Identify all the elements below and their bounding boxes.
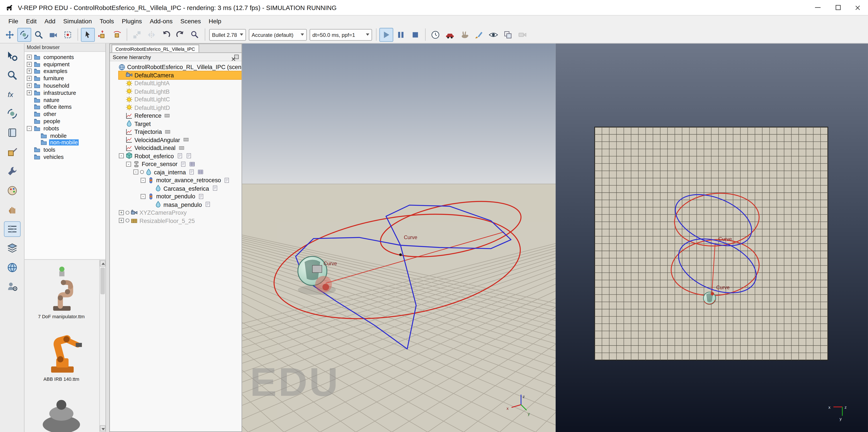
model-folder-vehicles[interactable]: vehicles	[25, 153, 105, 161]
pause-simulation-button[interactable]	[394, 28, 408, 42]
assemble-button[interactable]	[130, 28, 144, 42]
camera-angle-button[interactable]	[46, 28, 60, 42]
model-folder-office-items[interactable]: office items	[25, 103, 105, 111]
collapse-icon[interactable]: -	[119, 153, 124, 158]
panel-divider[interactable]	[106, 43, 109, 432]
user-settings-button[interactable]	[4, 279, 21, 295]
scene-object-carcasa-esferica[interactable]: Carcasa_esferica	[148, 184, 242, 192]
scene-object-reference[interactable]: Reference	[119, 112, 242, 119]
redo-button[interactable]	[174, 28, 187, 42]
simulation-speed-button[interactable]	[457, 28, 471, 42]
scene-object-controlrobotesferico-rl-villela-ipc-scene[interactable]: ControlRobotEsferico_RL_Villela_IPC (sce…	[112, 63, 242, 71]
menu-tools[interactable]: Tools	[96, 16, 118, 26]
model-folder-furniture[interactable]: +furniture	[25, 75, 105, 82]
scene-object-defaultlightc[interactable]: DefaultLightC	[119, 95, 242, 103]
collapse-icon[interactable]: -	[141, 194, 146, 199]
model-folder-other[interactable]: other	[25, 111, 105, 118]
camera-selector-button[interactable]	[516, 28, 529, 42]
menu-scenes[interactable]: Scenes	[177, 16, 205, 26]
scene-object-defaultlightd[interactable]: DefaultLightD	[119, 103, 242, 112]
collapse-icon[interactable]: -	[133, 169, 138, 175]
scene-object-defaultlightb[interactable]: DefaultLightB	[119, 87, 242, 95]
expand-icon[interactable]: +	[27, 55, 32, 60]
scene-object-force-sensor[interactable]: -Force_sensor	[126, 160, 242, 168]
scene-object-xyzcameraproxy[interactable]: +XYZCameraProxy	[119, 208, 242, 216]
expand-icon[interactable]: +	[27, 83, 32, 88]
scene-object-velocidadlineal[interactable]: VelocidadLineal	[119, 144, 242, 152]
menu-simulation[interactable]: Simulation	[59, 16, 96, 26]
model-folder-mobile[interactable]: mobile	[25, 132, 105, 139]
scene-object-masa-pendulo[interactable]: masa_pendulo	[148, 200, 242, 208]
select-button[interactable]	[81, 28, 95, 42]
menu-file[interactable]: File	[4, 16, 22, 26]
collapse-icon[interactable]: -	[126, 161, 131, 166]
world-button[interactable]	[4, 259, 21, 275]
stack-button[interactable]	[4, 240, 21, 256]
camera-zoom-button[interactable]	[32, 28, 46, 42]
scene-object-trajectoria[interactable]: Trajectoria	[119, 128, 242, 136]
model-folder-components[interactable]: +components	[25, 54, 105, 61]
dynamics-visualization-button[interactable]	[443, 28, 457, 42]
physics-engine-dropdown[interactable]: Bullet 2.78	[209, 29, 246, 40]
render-quality-button[interactable]	[472, 28, 486, 42]
layer-selector-button[interactable]	[4, 221, 21, 237]
expand-icon[interactable]: +	[119, 218, 124, 223]
expand-icon[interactable]: +	[27, 69, 32, 74]
scene-tab[interactable]: ControlRobotEsferico_RL_Villela_IPC	[112, 45, 199, 53]
collapse-icon[interactable]: -	[27, 126, 32, 131]
dock-icon[interactable]	[234, 55, 239, 59]
scene-object-motor-pendulo[interactable]: -motor_pendulo	[141, 192, 242, 200]
undo-button[interactable]	[159, 28, 173, 42]
stop-simulation-button[interactable]	[408, 28, 422, 42]
expand-icon[interactable]: +	[27, 90, 32, 95]
expand-icon[interactable]: +	[27, 76, 32, 81]
minimize-button[interactable]	[808, 0, 828, 15]
start-simulation-button[interactable]	[379, 28, 393, 42]
camera-rotate-button[interactable]	[17, 28, 31, 42]
object-rotate-button[interactable]	[110, 28, 124, 42]
scene-object-defaultlighta[interactable]: DefaultLightA	[119, 79, 242, 87]
camera-proxy-viewport[interactable]: Curve Curve x z y	[556, 43, 868, 432]
notebook-button[interactable]	[4, 125, 21, 141]
rotation-tool-button[interactable]	[4, 106, 21, 121]
camera-pan-button[interactable]	[3, 28, 17, 42]
model-folder-examples[interactable]: +examples	[25, 68, 105, 75]
model-edit-button[interactable]	[4, 144, 21, 160]
scene-object-caja-interna[interactable]: -caja_interna	[133, 168, 242, 176]
thumbnails-scrollbar[interactable]	[99, 260, 105, 432]
grasp-tool-button[interactable]	[4, 202, 21, 218]
model-folder-equipment[interactable]: +equipment	[25, 61, 105, 68]
model-thumbnail-2[interactable]: ABB IRB 140.ttm	[26, 324, 97, 382]
main-3d-viewport[interactable]: EDU Curve Curve	[242, 43, 556, 432]
model-folder-non-mobile[interactable]: non-mobile	[25, 139, 105, 146]
fit-to-view-button[interactable]	[61, 28, 75, 42]
model-thumbnail-1[interactable]: 7 DoF manipulator.ttm	[26, 262, 97, 319]
visibility-toggle-button[interactable]	[487, 28, 500, 42]
model-folder-robots[interactable]: -robots	[25, 125, 105, 132]
scrollbar-thumb[interactable]	[100, 268, 105, 295]
collapse-icon[interactable]: -	[141, 178, 146, 183]
timestep-dropdown[interactable]: dt=50.0 ms, ppf=1	[310, 29, 372, 40]
page-layout-button[interactable]	[501, 28, 515, 42]
menu-plugins[interactable]: Plugins	[118, 16, 146, 26]
scene-object-defaultcamera[interactable]: DefaultCamera	[119, 71, 242, 79]
mirror-button[interactable]	[145, 28, 158, 42]
dynamic-content-visualization-button[interactable]	[188, 28, 202, 42]
model-folder-household[interactable]: +household	[25, 82, 105, 89]
simulation-settings-button[interactable]	[4, 48, 21, 64]
color-tool-button[interactable]	[4, 183, 21, 198]
expand-icon[interactable]: +	[119, 210, 124, 215]
model-folder-people[interactable]: people	[25, 118, 105, 125]
visibility-toggle-icon[interactable]	[126, 211, 129, 214]
accuracy-dropdown[interactable]: Accurate (default)	[249, 29, 307, 40]
scene-object-motor-avance-retroceso[interactable]: -motor_avance_retroceso	[141, 176, 242, 184]
scroll-down-icon[interactable]	[100, 425, 105, 431]
object-shift-button[interactable]	[95, 28, 110, 42]
menu-edit[interactable]: Edit	[22, 16, 40, 26]
model-folder-tools[interactable]: tools	[25, 146, 105, 153]
model-thumbnail-3[interactable]	[26, 387, 97, 432]
zoom-settings-button[interactable]	[4, 67, 21, 83]
scene-object-robot-esferico[interactable]: -Robot_esferico	[119, 152, 242, 160]
real-time-toggle-button[interactable]	[428, 28, 442, 42]
menu-add-ons[interactable]: Add-ons	[146, 16, 177, 26]
